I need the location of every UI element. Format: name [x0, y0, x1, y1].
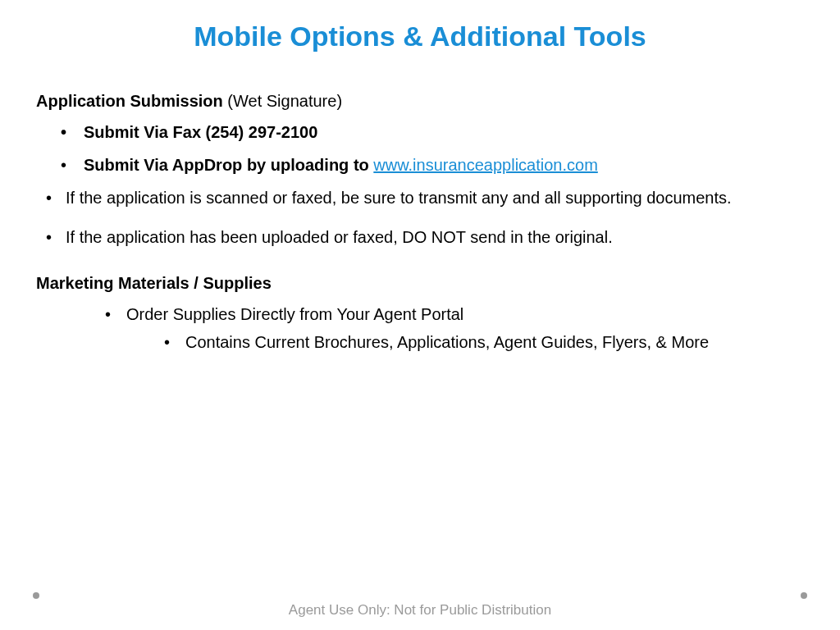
section2-item-text: Order Supplies Directly from Your Agent … — [126, 305, 463, 323]
section1-heading-rest: (Wet Signature) — [223, 92, 342, 110]
list-item: Contains Current Brochures, Applications… — [164, 328, 804, 356]
list-item: If the application has been uploaded or … — [46, 223, 804, 251]
submit-appdrop-text: Submit Via AppDrop by uploading to — [84, 156, 373, 174]
list-item: Submit Via Fax (254) 297-2100 — [61, 118, 804, 146]
section2-list: Order Supplies Directly from Your Agent … — [36, 300, 804, 356]
decorative-dot-right — [801, 592, 807, 599]
list-item: Submit Via AppDrop by uploading to www.i… — [61, 151, 804, 179]
list-item: If the application is scanned or faxed, … — [46, 184, 804, 212]
insurance-application-link[interactable]: www.insuranceapplication.com — [373, 156, 597, 174]
decorative-dot-left — [33, 592, 39, 599]
page-title: Mobile Options & Additional Tools — [0, 0, 840, 62]
content-body: Application Submission (Wet Signature) S… — [0, 62, 840, 356]
section2-sublist: Contains Current Brochures, Applications… — [126, 328, 804, 356]
section2-heading: Marketing Materials / Supplies — [36, 269, 804, 297]
section1-heading-bold: Application Submission — [36, 92, 223, 110]
list-item: Order Supplies Directly from Your Agent … — [105, 300, 804, 356]
section1-submit-methods: Submit Via Fax (254) 297-2100 Submit Via… — [36, 118, 804, 179]
section1-notes: If the application is scanned or faxed, … — [36, 184, 804, 251]
footer-disclaimer: Agent Use Only: Not for Public Distribut… — [0, 602, 840, 619]
section1-heading: Application Submission (Wet Signature) — [36, 87, 804, 115]
